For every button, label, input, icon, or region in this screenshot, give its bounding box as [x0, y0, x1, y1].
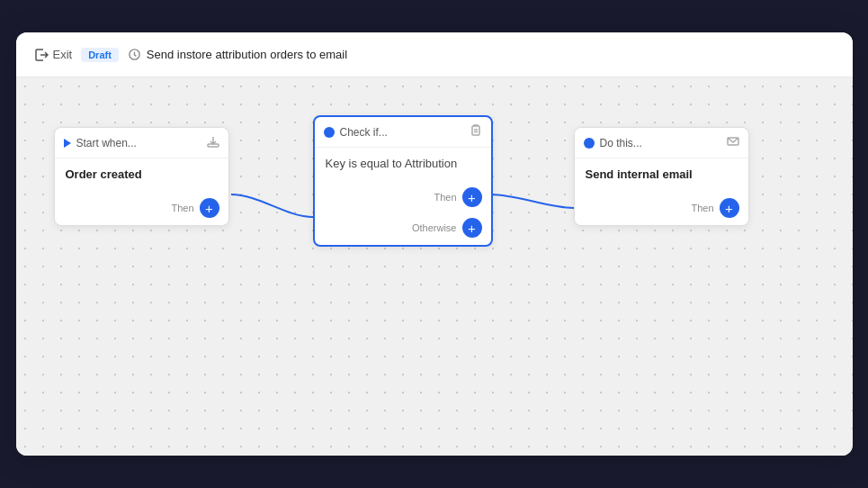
action-footer: Then + — [575, 194, 748, 225]
condition-then-add-button[interactable]: + — [462, 187, 482, 207]
action-add-button[interactable]: + — [720, 198, 739, 218]
condition-clipboard-icon[interactable] — [470, 124, 482, 140]
workflow-canvas[interactable]: Start when... Order created Then + — [16, 77, 853, 456]
trigger-then-label: Then — [171, 203, 193, 213]
trigger-node-header: Start when... — [55, 128, 228, 158]
svg-rect-1 — [208, 144, 219, 147]
trigger-footer: Then + — [55, 194, 228, 225]
trigger-body: Order created — [55, 158, 228, 194]
exit-label: Exit — [53, 48, 73, 61]
action-dot-icon — [584, 138, 595, 149]
exit-button[interactable]: Exit — [34, 48, 73, 62]
play-icon — [64, 139, 71, 148]
action-then-label: Then — [691, 203, 713, 213]
action-body: Send internal email — [575, 158, 748, 194]
condition-body: Key is equal to Attribution — [315, 148, 491, 184]
draft-badge: Draft — [81, 48, 119, 62]
condition-then-footer: Then + — [315, 184, 491, 214]
trigger-download-icon[interactable] — [207, 135, 219, 150]
clock-icon — [128, 48, 141, 61]
toolbar: Exit Draft Send instore attribution orde… — [16, 32, 853, 77]
action-node[interactable]: Do this... Send internal email Then + — [574, 127, 749, 226]
app-window: Exit Draft Send instore attribution orde… — [16, 32, 853, 456]
svg-rect-2 — [472, 126, 479, 135]
condition-dot-icon — [324, 127, 335, 138]
condition-node-header: Check if... — [315, 117, 491, 148]
condition-header-label: Check if... — [340, 126, 388, 139]
action-header-label: Do this... — [600, 137, 642, 149]
action-email-icon[interactable] — [727, 135, 739, 150]
condition-node[interactable]: Check if... Key is equal to Attribution … — [313, 115, 493, 247]
condition-otherwise-label: Otherwise — [412, 222, 457, 233]
action-node-header: Do this... — [575, 128, 748, 158]
workflow-title: Send instore attribution orders to email — [128, 48, 347, 61]
trigger-add-button[interactable]: + — [200, 198, 219, 218]
trigger-header-label: Start when... — [76, 137, 137, 149]
condition-then-label: Then — [434, 192, 456, 203]
condition-otherwise-add-button[interactable]: + — [462, 218, 482, 238]
condition-otherwise-footer: Otherwise + — [315, 214, 491, 245]
trigger-node[interactable]: Start when... Order created Then + — [54, 127, 229, 226]
